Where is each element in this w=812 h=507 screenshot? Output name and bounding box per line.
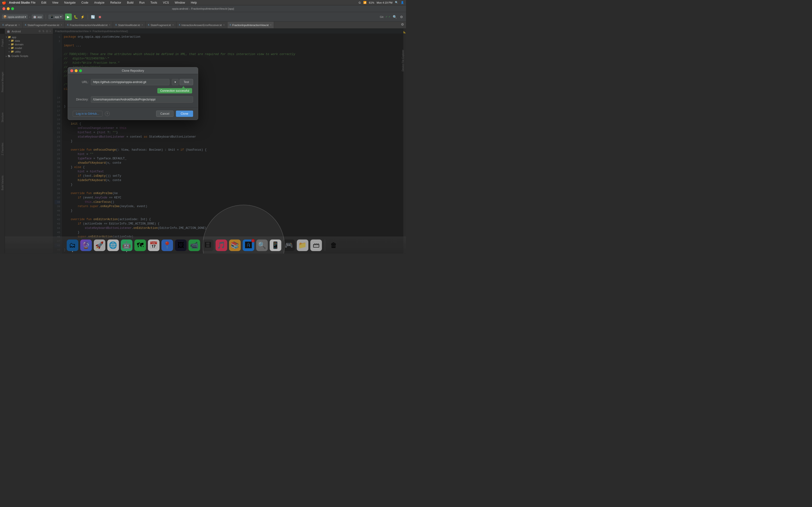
menu-help[interactable]: Help (190, 0, 198, 5)
tab-sf-close[interactable]: × (172, 24, 174, 26)
spotlight-circle (203, 205, 285, 253)
tab-sf-icon: K (148, 24, 150, 26)
clock: Mon 4:19 PM (377, 1, 393, 4)
url-row: URL: ▾ Test (73, 79, 193, 85)
url-dropdown-btn[interactable]: ▾ (172, 79, 179, 85)
tab-fractionviewmodel[interactable]: K FractionInteractionViewModel.kt × (65, 22, 113, 28)
tab-nparser-icon: K (2, 24, 4, 26)
maximize-button[interactable] (11, 7, 14, 10)
dialog-overlay: Clone Repository URL: ▾ Test (0, 29, 406, 253)
sync-button[interactable]: 🔄 (90, 14, 96, 19)
settings-icon[interactable]: ⚙ (399, 14, 404, 19)
menu-edit[interactable]: Edit (40, 0, 47, 5)
tab-statefragpresenter[interactable]: K StateFragmentPresenter.kt × (22, 22, 65, 28)
run-config-chevron: ▾ (60, 15, 62, 18)
help-button[interactable]: ? (105, 111, 110, 116)
search-toolbar-icon[interactable]: 🔍 (392, 14, 397, 19)
project-chevron: ▸ (25, 15, 27, 18)
project-name: oppia-android (8, 15, 24, 18)
url-label: URL: (73, 80, 89, 84)
directory-row: Directory: (73, 96, 193, 103)
menu-run[interactable]: Run (138, 0, 146, 5)
dialog-close-btn[interactable] (70, 69, 73, 72)
app-menu-item[interactable]: Android Studio (9, 1, 30, 4)
g-icon: G (359, 1, 361, 4)
dialog-titlebar: Clone Repository (68, 67, 198, 74)
tab-sfp-label: StateFragmentPresenter.kt (28, 24, 59, 26)
tab-fvm-icon: K (67, 24, 69, 26)
dialog-max-btn[interactable] (79, 69, 82, 72)
project-icon: 📦 (3, 15, 7, 18)
menu-file[interactable]: File (30, 0, 37, 5)
menu-window[interactable]: Window (174, 0, 186, 5)
directory-label: Directory: (73, 98, 89, 101)
menu-view[interactable]: View (51, 0, 59, 5)
tab-settings-icon[interactable]: ⚙ (399, 22, 406, 27)
apple-menu[interactable]: 🍎 (2, 1, 6, 5)
run-config-selector[interactable]: 📱 app ▾ (48, 14, 63, 19)
tab-fv-label: FractionInputInteractionView.kt (232, 24, 268, 26)
url-input[interactable] (91, 79, 169, 85)
minimize-button[interactable] (7, 7, 10, 10)
dialog-traffic-lights (70, 69, 82, 72)
menu-code[interactable]: Code (81, 0, 89, 5)
tabbar: K nParser.kt × K StateFragmentPresenter.… (0, 22, 406, 29)
tab-nparser[interactable]: K nParser.kt × (0, 22, 22, 28)
login-github-button[interactable]: Log in to GitHub... (73, 111, 102, 117)
directory-input[interactable] (91, 96, 193, 103)
profile-button[interactable]: ⚡ (80, 14, 85, 19)
menu-vcs[interactable]: VCS (162, 0, 170, 5)
run-button[interactable]: ▶ (65, 13, 72, 20)
success-message: Connection successful (160, 89, 189, 93)
user-icon[interactable]: 👤 (401, 1, 404, 4)
tab-fvm-label: FractionInteractionViewModel.kt (70, 24, 108, 26)
menu-analyze[interactable]: Analyze (93, 0, 106, 5)
tab-iaer-close[interactable]: × (223, 24, 225, 26)
menu-refactor[interactable]: Refactor (109, 0, 122, 5)
cancel-button[interactable]: Cancel (156, 111, 173, 117)
tab-statefragment[interactable]: K StateFragment.kt × (146, 22, 176, 28)
titlebar: oppia-android – FractionInputInteraction… (0, 5, 406, 12)
module-selector[interactable]: 🤖 app (32, 14, 43, 19)
debug-button[interactable]: 🐛 (73, 14, 79, 19)
stop-button[interactable]: ⏹ (97, 14, 102, 19)
search-icon[interactable]: 🔍 (395, 1, 398, 4)
connection-success-badge: Connection successful (157, 88, 192, 94)
tab-stateviewmodel[interactable]: K StateViewModel.kt × (113, 22, 146, 28)
window-title: oppia-android – FractionInputInteraction… (172, 7, 234, 10)
tab-sfp-close[interactable]: × (61, 24, 62, 26)
dialog-body: URL: ▾ Test Connection successful (68, 74, 198, 107)
menubar: 🍎 Android Studio File Edit View Navigate… (0, 0, 406, 5)
test-button[interactable]: Test (180, 79, 193, 85)
module-icon: 🤖 (33, 15, 37, 18)
menubar-right: G 📶 61% Mon 4:19 PM 🔍 👤 (359, 1, 404, 4)
tab-fvm-close[interactable]: × (109, 24, 110, 26)
tab-iaer[interactable]: K InteractionAnswerErrorReceiver.kt × (176, 22, 227, 28)
run-config-name: app (55, 15, 59, 18)
tab-fractionview[interactable]: K FractionInputInteractionView.kt × (227, 22, 274, 28)
tab-iaer-icon: K (179, 24, 181, 26)
tab-spacer (274, 22, 399, 28)
module-label: › (29, 15, 30, 18)
tab-nparser-close[interactable]: × (18, 24, 20, 26)
menu-navigate[interactable]: Navigate (63, 0, 77, 5)
toolbar: 📦 oppia-android ▸ › 🤖 app 📱 app ▾ ▶ 🐛 ⚡ … (0, 12, 406, 22)
dialog-title: Clone Repository (122, 69, 144, 72)
module-name: app (38, 15, 42, 18)
tab-iaer-label: InteractionAnswerErrorReceiver.kt (182, 24, 222, 26)
tab-fv-icon: K (230, 24, 232, 26)
toolbar-right: Git: ✓ ✓ 🔍 ⚙ (380, 14, 404, 19)
dialog-min-btn[interactable] (75, 69, 78, 72)
menu-build[interactable]: Build (126, 0, 135, 5)
menu-tools[interactable]: Tools (149, 0, 158, 5)
tab-fv-close[interactable]: × (270, 24, 271, 26)
project-selector[interactable]: 📦 oppia-android ▸ (2, 14, 28, 19)
tab-svm-close[interactable]: × (141, 24, 143, 26)
clone-button[interactable]: Clone (176, 111, 193, 117)
close-button[interactable] (2, 7, 5, 10)
tab-sfp-icon: K (25, 24, 27, 26)
run-config-icon: 📱 (50, 15, 54, 18)
wifi-icon: 📶 (363, 1, 367, 4)
tab-svm-icon: K (115, 24, 117, 26)
battery-level: 61% (369, 1, 374, 4)
